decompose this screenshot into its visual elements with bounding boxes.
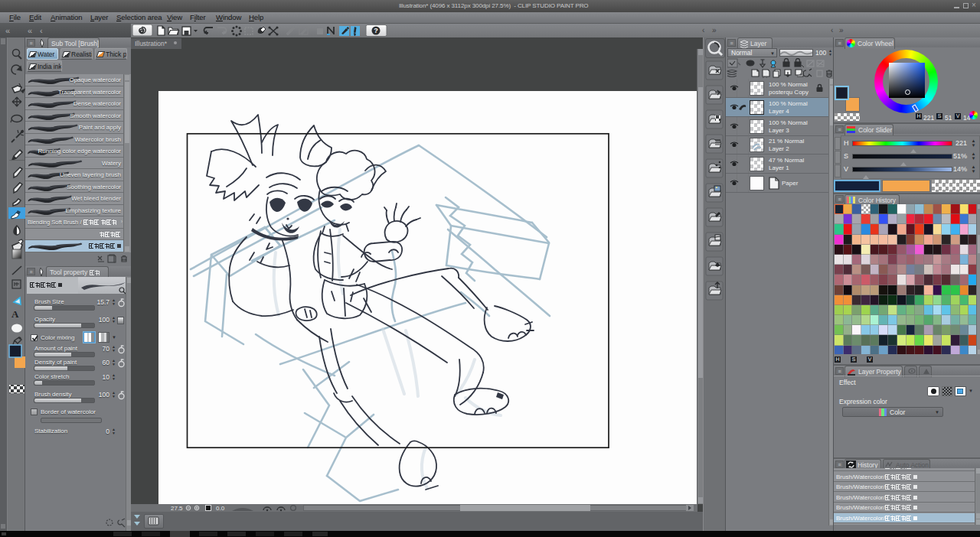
svg-text:»: » (712, 26, 717, 34)
svg-text:‹: ‹ (702, 26, 704, 34)
svg-text:‹: ‹ (831, 26, 833, 34)
svg-text:?: ? (374, 27, 378, 34)
svg-text:»: » (839, 26, 844, 34)
svg-text:A: A (11, 308, 19, 320)
